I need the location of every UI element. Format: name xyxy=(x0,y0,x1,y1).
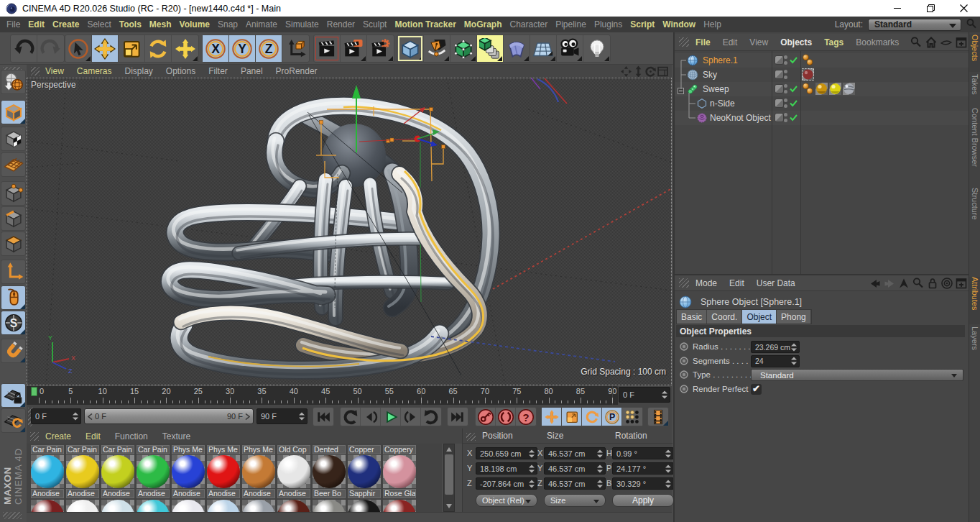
visibility-dot-bottom[interactable] xyxy=(784,119,787,122)
obj-sphere-icon[interactable] xyxy=(687,55,698,66)
tag-phong-icon[interactable] xyxy=(802,83,814,95)
keyframe-selection-button[interactable] xyxy=(647,407,669,426)
workplane-mode[interactable] xyxy=(1,408,26,433)
material-thumbnail[interactable] xyxy=(348,500,381,512)
side-tab-attributes[interactable]: Attributes xyxy=(969,277,980,324)
material-item[interactable]: CopperSapphir xyxy=(348,445,381,498)
am-lock-icon[interactable] xyxy=(926,277,939,290)
tab-object[interactable]: Object xyxy=(742,310,777,324)
om-menu-edit[interactable]: Edit xyxy=(723,37,738,47)
animation-dot-icon[interactable] xyxy=(680,370,688,379)
lock-x-axis[interactable]: X xyxy=(203,35,229,62)
scroll-down-icon[interactable] xyxy=(446,504,452,508)
material-item-row2[interactable] xyxy=(137,500,170,512)
viewport-menu-filter[interactable]: Filter xyxy=(208,66,228,76)
lock-y-axis[interactable]: Y xyxy=(229,35,256,62)
range-end-spinner[interactable] xyxy=(299,413,305,421)
scale-tool[interactable] xyxy=(119,35,145,62)
value-spinner[interactable] xyxy=(665,480,671,487)
value-spinner[interactable] xyxy=(665,449,671,457)
menu-file[interactable]: File xyxy=(6,19,20,29)
object-row-n-side[interactable]: n-Side xyxy=(675,96,970,111)
add-cube-primitive[interactable] xyxy=(397,35,424,62)
left-toolbar-grip-bottom[interactable] xyxy=(3,512,22,519)
menu-tools[interactable]: Tools xyxy=(119,19,142,29)
menu-create[interactable]: Create xyxy=(52,19,79,29)
add-spline-pen[interactable] xyxy=(424,35,450,62)
next-frame-button[interactable] xyxy=(401,408,421,426)
menu-window[interactable]: Window xyxy=(662,19,695,29)
object-manager-grip[interactable] xyxy=(679,37,689,47)
om-eye-icon[interactable] xyxy=(940,36,953,49)
add-sweep-generator[interactable] xyxy=(477,35,504,62)
side-tab-structure[interactable]: Structure xyxy=(969,188,980,235)
material-item-row2[interactable] xyxy=(348,500,381,512)
tag-phong-icon[interactable] xyxy=(802,54,814,66)
previous-frame-button[interactable] xyxy=(361,408,381,426)
edit-render-settings[interactable] xyxy=(367,35,394,62)
layer-chip-icon[interactable] xyxy=(775,70,784,79)
go-to-end-button[interactable] xyxy=(447,407,468,426)
play-forwards-button[interactable] xyxy=(381,408,401,426)
viewport-3d[interactable]: YXZ Perspective Grid Spacing : 100 cm xyxy=(27,78,672,385)
material-item[interactable]: Car PainAnodise xyxy=(101,445,134,498)
coordinate-system[interactable] xyxy=(282,35,309,62)
current-frame-field[interactable]: 0 F xyxy=(619,387,670,403)
lock-workplane[interactable] xyxy=(1,383,26,408)
material-thumbnail[interactable] xyxy=(207,500,240,512)
visibility-dot-bottom[interactable] xyxy=(784,90,787,93)
viewport-zoom-icon[interactable] xyxy=(632,65,644,77)
menu-help[interactable]: Help xyxy=(703,19,721,29)
obj-sky-icon[interactable] xyxy=(687,69,698,81)
tag-mat-yellow-icon[interactable] xyxy=(829,83,841,95)
minimize-button[interactable] xyxy=(881,0,914,17)
key-scale-toggle[interactable] xyxy=(562,408,582,426)
om-home-icon[interactable] xyxy=(925,36,938,49)
range-start-spinner[interactable] xyxy=(73,413,78,421)
value-spinner[interactable] xyxy=(791,343,797,351)
viewport-menu-panel[interactable]: Panel xyxy=(241,66,263,76)
material-thumbnail[interactable] xyxy=(313,455,346,488)
material-item-row2[interactable] xyxy=(101,500,134,512)
viewport-maximize-icon[interactable] xyxy=(657,65,669,77)
menu-character[interactable]: Character xyxy=(509,19,547,29)
tab-coord[interactable]: Coord. xyxy=(707,310,742,324)
am-back-icon[interactable] xyxy=(869,277,882,290)
tag-mat-red-icon[interactable] xyxy=(802,68,814,81)
rotation-h-field[interactable]: 0.99 ° xyxy=(612,447,674,459)
object-name[interactable]: Sky xyxy=(703,70,717,80)
material-thumbnail[interactable] xyxy=(172,500,205,512)
add-generator[interactable] xyxy=(450,35,477,62)
viewport-pan-icon[interactable] xyxy=(620,65,632,77)
menu-sculpt[interactable]: Sculpt xyxy=(363,19,387,29)
enabled-check-icon[interactable] xyxy=(790,99,798,109)
object-row-sweep[interactable]: Sweep xyxy=(675,82,970,96)
value-spinner[interactable] xyxy=(791,357,797,365)
add-deformer[interactable] xyxy=(504,35,530,62)
material-thumbnail[interactable] xyxy=(242,455,275,488)
material-thumbnail[interactable] xyxy=(383,455,416,488)
am-up-icon[interactable] xyxy=(897,277,910,290)
rotation-p-field[interactable]: 24.177 ° xyxy=(612,462,674,475)
material-thumbnail[interactable] xyxy=(66,500,99,512)
material-thumbnail[interactable] xyxy=(66,455,99,488)
live-selection-tool[interactable] xyxy=(65,35,92,62)
tab-phong[interactable]: Phong xyxy=(777,310,811,324)
material-scrollbar[interactable] xyxy=(443,444,455,512)
material-thumbnail[interactable] xyxy=(348,455,381,488)
enabled-check-icon[interactable] xyxy=(790,85,798,95)
enable-axis-mode[interactable] xyxy=(1,260,26,284)
close-button[interactable] xyxy=(947,0,980,17)
menu-mograph[interactable]: MoGraph xyxy=(464,19,502,29)
property-field[interactable]: 24 xyxy=(751,355,800,367)
material-item-row2[interactable] xyxy=(242,500,275,512)
restore-button[interactable] xyxy=(914,0,947,17)
object-name[interactable]: Sphere.1 xyxy=(703,55,738,65)
property-field[interactable]: 23.269 cm xyxy=(751,341,800,353)
render-picture-viewer[interactable] xyxy=(341,35,367,62)
undo-button[interactable] xyxy=(11,35,37,62)
layer-chip-icon[interactable] xyxy=(775,99,784,108)
material-thumbnail[interactable] xyxy=(31,455,64,488)
material-thumbnail[interactable] xyxy=(101,500,134,512)
object-row-sky[interactable]: Sky xyxy=(675,68,970,82)
